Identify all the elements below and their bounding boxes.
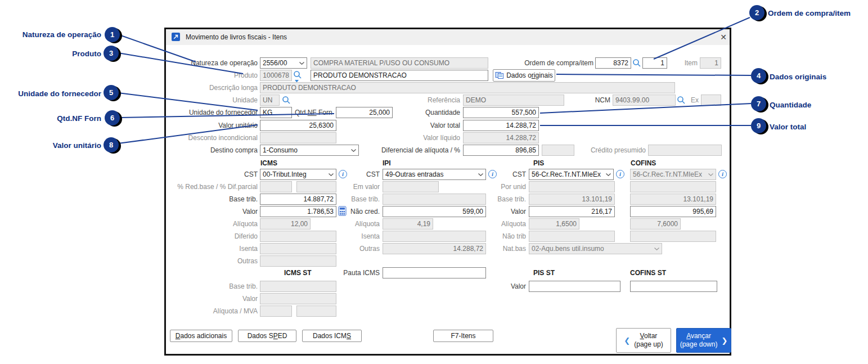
icms-red-base-label: % Red.base / % Dif.parcial [169, 182, 258, 191]
pis-section-title: PIS [533, 159, 544, 167]
natureza-operacao-select[interactable]: 2556/00 [260, 57, 307, 69]
icms-outras-label: Outras [169, 257, 258, 266]
diferencial-aliquota-pct-field [542, 145, 574, 156]
cofins-cst-info-icon[interactable]: i [718, 170, 727, 178]
ordem-compra-search-icon[interactable] [632, 59, 641, 68]
qtd-nf-forn-label: Qtd.NF Forn [295, 108, 335, 117]
pis-aliquota-field [529, 218, 579, 230]
natureza-operacao-desc-field [311, 57, 488, 69]
descricao-longa-field [260, 82, 675, 93]
callout-label-ordem-compra: Ordem de compra/item [768, 8, 851, 18]
dados-adicionais-text: Dados adicionais [176, 332, 227, 340]
produto-search-icon[interactable] [293, 70, 302, 79]
chevron-down-icon [299, 62, 304, 65]
avancar-text: Avançar(page down) [680, 332, 718, 349]
dados-icms-text: Dados ICMS [313, 332, 351, 340]
callout-label-natureza-operacao: Natureza de operação [11, 30, 101, 39]
credito-presumido-field [648, 145, 722, 156]
ex-field [701, 95, 721, 106]
diferencial-aliquota-field[interactable] [463, 145, 539, 156]
callout-badge-8: 8 [104, 137, 119, 152]
ordem-compra-item-field[interactable] [642, 57, 667, 69]
dados-icms-button[interactable]: Dados ICMS [302, 330, 362, 342]
valor-liquido-field [463, 132, 539, 143]
pis-st-valor-field[interactable] [529, 281, 620, 292]
quantidade-field[interactable] [463, 107, 539, 118]
f7-itens-button[interactable]: F7-Itens [433, 330, 493, 342]
dados-adicionais-button[interactable]: Dados adicionais [170, 330, 232, 342]
icms-red-base-field-1 [260, 181, 292, 192]
destino-compra-select[interactable]: 1-Consumo [260, 145, 359, 156]
ordem-compra-numero-field[interactable] [595, 57, 631, 69]
icms-st-valor-field [260, 293, 336, 304]
pis-base-trib-label: Base trib. [464, 195, 526, 204]
item-field [700, 57, 721, 69]
icms-st-base-trib-field [260, 281, 336, 292]
pis-cst-info-icon[interactable]: i [616, 170, 624, 178]
icms-cst-label: CST [169, 170, 258, 179]
ex-label: Ex [687, 96, 699, 105]
callout-label-produto: Produto [11, 49, 101, 59]
ipi-cst-label: CST [312, 170, 380, 179]
cofins-cst-select: 56-Cr.Rec.Tr.NT.MIeEx [630, 169, 716, 180]
report-copy-icon [495, 71, 504, 79]
voltar-text: Voltar(page up) [634, 332, 663, 349]
pauta-icms-label: Pauta ICMS [312, 268, 380, 277]
desconto-incondicional-field [260, 132, 336, 143]
callout-label-unidade-fornecedor: Unidade do fornecedor [5, 89, 101, 98]
ncm-search-icon[interactable] [677, 96, 686, 105]
pis-nao-trib-label: Não trib [464, 232, 526, 241]
pis-nao-trib-field [529, 231, 615, 242]
valor-liquido-label: Valor líquido [360, 133, 460, 142]
valor-total-field[interactable] [463, 120, 539, 131]
pis-aliquota-label: Alíquota [464, 219, 526, 228]
referencia-field [463, 95, 564, 106]
valor-unitario-field[interactable] [260, 120, 336, 131]
cofins-valor-field[interactable] [630, 206, 716, 217]
item-label: Item [678, 59, 698, 68]
pis-cst-select[interactable]: 56-Cr.Rec.Tr.NT.MIeEx [529, 169, 614, 180]
unidade-fornecedor-field[interactable] [260, 107, 292, 118]
chevron-down-icon [606, 173, 611, 176]
cofins-nao-trib-field [630, 231, 716, 242]
pis-nat-bas-value: 02-Aqu.bens util.insumo [532, 245, 653, 253]
unidade-fornecedor-label: Unidade do fornecedor [169, 108, 258, 117]
pis-nat-bas-label: Nat.bas [464, 244, 526, 253]
pis-cst-label: CST [464, 170, 526, 179]
ipi-isenta-label: Isenta [312, 232, 380, 241]
icms-valor-label: Valor [169, 207, 258, 216]
ipi-outras-label: Outras [312, 244, 380, 253]
cofins-st-section-title: COFINS ST [630, 269, 666, 277]
unidade-label: Unidade [169, 96, 258, 105]
dados-sped-button[interactable]: Dados SPED [238, 330, 296, 342]
pis-por-unid-field [529, 181, 615, 192]
app-icon [172, 33, 180, 41]
dados-sped-text: Dados SPED [248, 332, 287, 340]
ncm-label: NCM [585, 96, 610, 105]
dados-originais-button[interactable]: Dados originais [493, 69, 555, 82]
close-icon[interactable]: ✕ [718, 32, 729, 43]
callout-label-dados-originais: Dados originais [770, 72, 826, 82]
pis-valor-label: Valor [464, 207, 526, 216]
chevron-down-icon [351, 149, 356, 152]
icms-st-base-trib-label: Base trib. [169, 282, 258, 291]
unidade-search-icon[interactable] [282, 96, 291, 105]
produto-codigo-field [260, 70, 292, 81]
icms-st-aliquota-field [260, 305, 292, 317]
voltar-button[interactable]: ❮Voltar(page up) [616, 328, 671, 353]
screenshot-canvas: Movimento de livros fiscais - Itens ✕ Na… [0, 0, 868, 364]
cofins-st-valor-field[interactable] [630, 281, 717, 292]
chevron-down-icon [708, 173, 713, 176]
icms-isenta-label: Isenta [169, 244, 258, 253]
cofins-base-trib-field [630, 194, 716, 205]
callout-label-quantidade: Quantidade [770, 100, 811, 110]
avancar-button[interactable]: Avançar(page down)❯ [676, 328, 731, 353]
produto-desc-field[interactable] [311, 70, 488, 81]
pis-valor-field[interactable] [529, 206, 615, 217]
ipi-nao-cred-label: Não cred. [312, 207, 380, 216]
pauta-icms-field[interactable] [383, 267, 486, 278]
destino-compra-label: Destino compra [169, 146, 258, 155]
callout-badge-3: 3 [104, 46, 119, 61]
callout-label-qtd-nf-forn: Qtd.NF Forn [11, 114, 101, 123]
callout-label-valor-unitario: Valor unitário [11, 141, 101, 150]
